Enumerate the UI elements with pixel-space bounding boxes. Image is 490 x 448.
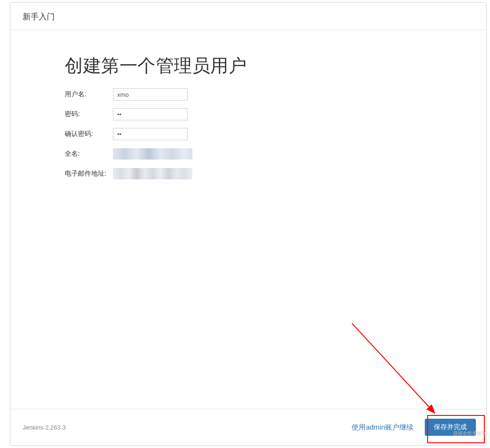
continue-as-admin-link[interactable]: 使用admin账户继续 xyxy=(352,423,413,432)
form-row-fullname: 全名: xyxy=(65,148,486,160)
footer-bar: Jenkins 2.263.3 使用admin账户继续 保存并完成 xyxy=(10,409,486,445)
page-heading: 创建第一个管理员用户 xyxy=(65,54,486,78)
confirm-password-label: 确认密码: xyxy=(65,130,113,138)
form-row-confirm-password: 确认密码: xyxy=(65,128,486,140)
save-and-finish-button[interactable]: 保存并完成 xyxy=(425,419,476,436)
password-label: 密码: xyxy=(65,110,113,118)
username-input[interactable] xyxy=(113,88,188,101)
header-bar: 新手入门 xyxy=(10,3,486,30)
confirm-password-input[interactable] xyxy=(113,128,188,140)
content-area: 创建第一个管理员用户 用户名: 密码: 确认密码: 全名: 电子邮件地址: xyxy=(10,30,486,409)
header-title: 新手入门 xyxy=(23,11,474,22)
form-row-username: 用户名: xyxy=(65,88,486,101)
footer-actions: 使用admin账户继续 保存并完成 xyxy=(352,419,476,436)
setup-wizard-window: 新手入门 创建第一个管理员用户 用户名: 密码: 确认密码: 全名: 电子邮件地… xyxy=(10,2,487,446)
username-label: 用户名: xyxy=(65,90,113,99)
form-row-email: 电子邮件地址: xyxy=(65,168,486,180)
version-label: Jenkins 2.263.3 xyxy=(23,424,66,431)
email-label: 电子邮件地址: xyxy=(65,169,113,178)
fullname-label: 全名: xyxy=(65,150,113,158)
email-redacted xyxy=(113,168,192,179)
form-row-password: 密码: xyxy=(65,108,486,120)
fullname-redacted xyxy=(113,148,192,160)
password-input[interactable] xyxy=(113,108,188,120)
